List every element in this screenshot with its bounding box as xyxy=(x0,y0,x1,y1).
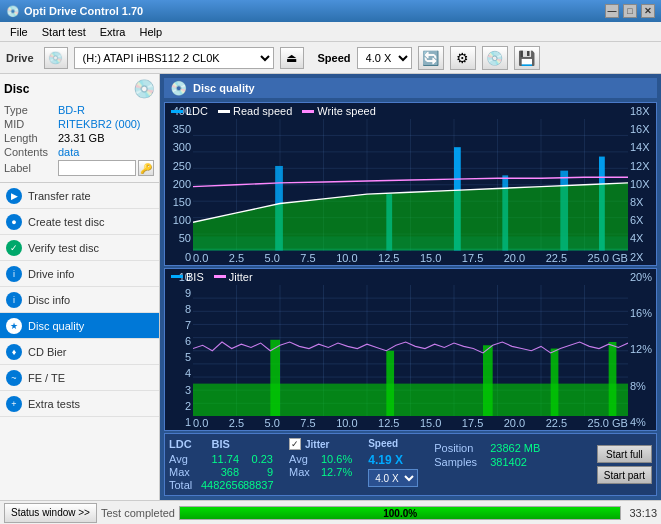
disc-label-input[interactable] xyxy=(58,160,136,176)
drive-bar: Drive 💿 (H:) ATAPI iHBS112 2 CL0K ⏏ Spee… xyxy=(0,42,661,74)
sidebar-item-disc-info[interactable]: i Disc info xyxy=(0,287,159,313)
disc-mid-label: MID xyxy=(4,118,58,130)
jitter-legend-label: Jitter xyxy=(229,271,253,283)
sidebar-item-transfer-rate[interactable]: ▶ Transfer rate xyxy=(0,183,159,209)
jitter-color-swatch xyxy=(214,275,226,278)
menu-start-test[interactable]: Start test xyxy=(36,24,92,40)
disc-info-icon: i xyxy=(6,292,22,308)
disc-type-row: Type BD-R xyxy=(4,104,155,116)
ldc-legend: LDC xyxy=(171,105,208,117)
refresh-button[interactable]: 🔄 xyxy=(418,46,444,70)
read-color-swatch xyxy=(218,110,230,113)
maximize-button[interactable]: □ xyxy=(623,4,637,18)
sidebar-item-drive-info[interactable]: i Drive info xyxy=(0,261,159,287)
sidebar-menu: ▶ Transfer rate ● Create test disc ✓ Ver… xyxy=(0,183,159,500)
svg-rect-48 xyxy=(609,341,617,416)
write-speed-legend: Write speed xyxy=(302,105,376,117)
transfer-rate-icon: ▶ xyxy=(6,188,22,204)
minimize-button[interactable]: — xyxy=(605,4,619,18)
start-full-button[interactable]: Start full xyxy=(597,445,652,463)
max-label: Max xyxy=(169,466,197,478)
sidebar-item-disc-quality[interactable]: ★ Disc quality xyxy=(0,313,159,339)
jitter-avg-label: Avg xyxy=(289,453,317,465)
jitter-legend: Jitter xyxy=(214,271,253,283)
sidebar: Disc 💿 Type BD-R MID RITEKBR2 (000) Leng… xyxy=(0,74,160,500)
dq-icon: 💿 xyxy=(170,80,187,96)
total-label: Total xyxy=(169,479,197,491)
sidebar-item-verify-test-disc[interactable]: ✓ Verify test disc xyxy=(0,235,159,261)
read-speed-legend: Read speed xyxy=(218,105,292,117)
settings-button[interactable]: ⚙ xyxy=(450,46,476,70)
bis-legend-label: BIS xyxy=(186,271,204,283)
bottom-chart-y-left: 10 9 8 7 6 5 4 3 2 1 xyxy=(165,269,193,431)
dq-title: Disc quality xyxy=(193,82,255,94)
stats-panel: LDC BIS Avg 11.74 0.23 Max 368 9 Total xyxy=(164,433,657,496)
status-window-button[interactable]: Status window >> xyxy=(4,503,97,523)
jitter-avg-value: 10.6% xyxy=(321,453,352,465)
menu-file[interactable]: File xyxy=(4,24,34,40)
start-part-button[interactable]: Start part xyxy=(597,466,652,484)
app-icon: 💿 xyxy=(6,5,20,18)
progress-text: 100.0% xyxy=(180,508,621,519)
disc-type-label: Type xyxy=(4,104,58,116)
total-bis-value: 88837 xyxy=(243,479,273,491)
save-button[interactable]: 💾 xyxy=(514,46,540,70)
position-label: Position xyxy=(434,442,486,454)
progress-bar: 100.0% xyxy=(179,506,622,520)
title-bar: 💿 Opti Drive Control 1.70 — □ ✕ xyxy=(0,0,661,22)
disc-contents-value: data xyxy=(58,146,79,158)
jitter-max-value: 12.7% xyxy=(321,466,352,478)
svg-rect-46 xyxy=(483,345,493,416)
disc-label-btn[interactable]: 🔑 xyxy=(138,160,154,176)
jitter-checkbox[interactable]: ✓ xyxy=(289,438,301,450)
close-button[interactable]: ✕ xyxy=(641,4,655,18)
fe-te-label: FE / TE xyxy=(28,372,65,384)
write-color-swatch xyxy=(302,110,314,113)
position-value: 23862 MB xyxy=(490,442,540,454)
speed-select[interactable]: 4.0 X xyxy=(357,47,412,69)
drive-select[interactable]: (H:) ATAPI iHBS112 2 CL0K xyxy=(74,47,274,69)
extra-tests-label: Extra tests xyxy=(28,398,80,410)
svg-rect-43 xyxy=(193,383,628,416)
samples-label: Samples xyxy=(434,456,486,468)
drive-info-icon: i xyxy=(6,266,22,282)
main-content: Disc 💿 Type BD-R MID RITEKBR2 (000) Leng… xyxy=(0,74,661,500)
eject-button[interactable]: ⏏ xyxy=(280,47,304,69)
speed-stats: Speed 4.19 X 4.0 X xyxy=(368,438,418,491)
total-ldc-value: 4482656 xyxy=(201,479,239,491)
svg-rect-45 xyxy=(386,350,394,416)
svg-rect-44 xyxy=(270,339,280,416)
sidebar-item-extra-tests[interactable]: + Extra tests xyxy=(0,391,159,417)
disc-length-label: Length xyxy=(4,132,58,144)
disc-contents-row: Contents data xyxy=(4,146,155,158)
sidebar-item-create-test-disc[interactable]: ● Create test disc xyxy=(0,209,159,235)
bottom-chart-x-axis: 0.02.55.07.510.012.515.017.520.022.525.0… xyxy=(193,416,628,430)
bis-legend: BIS xyxy=(171,271,204,283)
speed-header: Speed xyxy=(368,438,418,449)
read-speed-legend-label: Read speed xyxy=(233,105,292,117)
disc-panel: Disc 💿 Type BD-R MID RITEKBR2 (000) Leng… xyxy=(0,74,159,183)
bottom-chart-svg xyxy=(193,285,628,417)
create-test-disc-icon: ● xyxy=(6,214,22,230)
drive-label: Drive xyxy=(6,52,34,64)
disc-button[interactable]: 💿 xyxy=(482,46,508,70)
menu-extra[interactable]: Extra xyxy=(94,24,132,40)
cd-bier-icon: ♦ xyxy=(6,344,22,360)
ldc-color-swatch xyxy=(171,110,183,113)
disc-info-label: Disc info xyxy=(28,294,70,306)
avg-bis-value: 0.23 xyxy=(243,453,273,465)
status-text: Test completed xyxy=(101,507,175,519)
disc-quality-label: Disc quality xyxy=(28,320,84,332)
sidebar-item-cd-bier[interactable]: ♦ CD Bier xyxy=(0,339,159,365)
disc-header: Disc 💿 xyxy=(4,78,155,100)
disc-quality-header: 💿 Disc quality xyxy=(164,78,657,98)
top-chart-legend: LDC Read speed Write speed xyxy=(171,105,376,117)
menu-help[interactable]: Help xyxy=(133,24,168,40)
speed-combo-select[interactable]: 4.0 X xyxy=(368,469,418,487)
top-chart-y-left: 400 350 300 250 200 150 100 50 0 xyxy=(165,103,193,265)
disc-contents-label: Contents xyxy=(4,146,58,158)
sidebar-item-fe-te[interactable]: ~ FE / TE xyxy=(0,365,159,391)
disc-label-label: Label xyxy=(4,162,58,174)
disc-type-value: BD-R xyxy=(58,104,85,116)
disc-mid-row: MID RITEKBR2 (000) xyxy=(4,118,155,130)
